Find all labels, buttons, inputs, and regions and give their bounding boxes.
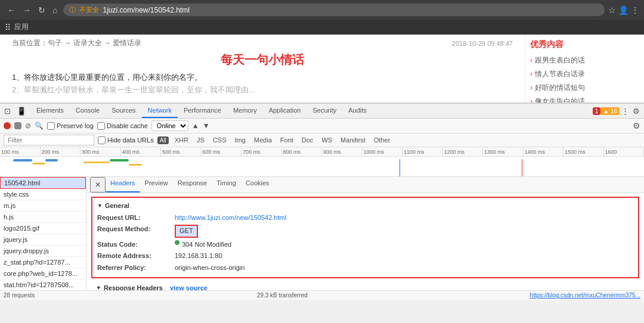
tick-12: 1300 ms — [483, 147, 524, 156]
filter-input[interactable] — [4, 135, 94, 145]
tab-sources[interactable]: Sources — [106, 104, 141, 118]
page-area: 当前位置：句子 → 语录大全 → 爱情话录 2018-10-29 09:48:4… — [0, 35, 644, 103]
media-filter-chip[interactable]: Media — [252, 136, 274, 144]
request-item-3[interactable]: h.js — [0, 212, 86, 223]
font-filter-chip[interactable]: Font — [278, 136, 296, 144]
network-toolbar: ⊘ 🔍 Preserve log Disable cache Online ▲ … — [0, 119, 644, 133]
export-icon[interactable]: ▼ — [203, 122, 210, 130]
tab-network[interactable]: Network — [142, 104, 178, 118]
page-text2: 2、翠裂溅红小望管秋水，翠泉一生一世室翠轮回，至你，我不闻理由... — [12, 84, 513, 97]
main-content: 当前位置：句子 → 语录大全 → 爱情话录 2018-10-29 09:48:4… — [0, 35, 525, 103]
search-icon[interactable]: 🔍 — [35, 122, 44, 130]
request-item-2[interactable]: m.js — [0, 200, 86, 212]
status-link[interactable]: https://blog.csdn.net/mxuChenermm375... — [530, 292, 640, 299]
tab-console[interactable]: Console — [70, 104, 106, 118]
request-item-5[interactable]: jquery.js — [0, 234, 86, 246]
devtools-pointer-icon[interactable]: ⊡ — [2, 105, 13, 117]
stop-button[interactable] — [14, 122, 21, 129]
sidebar-item-0[interactable]: 跟男生表白的话 — [530, 54, 639, 67]
close-details-button[interactable]: ✕ — [90, 177, 106, 192]
details-panel: ✕ Headers Preview Response Timing Cookie… — [86, 177, 644, 290]
sidebar-item-1[interactable]: 情人节表白话录 — [530, 67, 639, 81]
css-filter-chip[interactable]: CSS — [210, 136, 229, 144]
nav-forward-button[interactable]: → — [20, 4, 33, 16]
details-tab-response[interactable]: Response — [173, 177, 212, 192]
sidebar-item-3[interactable]: 像女生告白的话 — [530, 95, 639, 103]
request-item-7[interactable]: z_stat.php?id=12787... — [0, 257, 86, 268]
breadcrumb: 当前位置：句子 → 语录大全 → 爱情话录 — [12, 38, 141, 48]
doc-filter-chip[interactable]: Doc — [299, 136, 316, 144]
nav-refresh-button[interactable]: ↻ — [36, 4, 48, 16]
preserve-log-label[interactable]: Preserve log — [47, 122, 94, 130]
nav-back-button[interactable]: ← — [5, 4, 18, 16]
network-settings-icon[interactable]: ⚙ — [633, 121, 640, 131]
manifest-filter-chip[interactable]: Manifest — [338, 136, 368, 144]
img-filter-chip[interactable]: Img — [232, 136, 247, 144]
field-referrer-value: origin-when-cross-origin — [175, 263, 244, 272]
throttle-select[interactable]: Online — [151, 120, 188, 131]
timeline-marker — [522, 159, 522, 177]
ws-filter-chip[interactable]: WS — [319, 136, 335, 144]
request-list: 150542.html style.css m.js h.js logo2015… — [0, 177, 86, 290]
field-request-url-value[interactable]: http://www.1juzi.com/new/150542.html — [175, 213, 286, 222]
hide-data-urls-checkbox[interactable] — [98, 136, 106, 144]
import-icon[interactable]: ▲ — [192, 122, 199, 130]
response-headers-title[interactable]: Response Headers view source — [96, 284, 634, 290]
details-tab-timing[interactable]: Timing — [212, 177, 241, 192]
all-filter-chip[interactable]: All — [157, 136, 169, 144]
request-item-9[interactable]: stat.htm?id=12787508... — [0, 279, 86, 290]
request-item-6[interactable]: jquery.droppy.js — [0, 246, 86, 257]
other-filter-chip[interactable]: Other — [371, 136, 393, 144]
xhr-filter-chip[interactable]: XHR — [172, 136, 191, 144]
timeline-cursor — [400, 159, 400, 177]
view-source-link[interactable]: view source — [170, 284, 208, 290]
field-referrer: Referrer Policy: origin-when-cross-origi… — [97, 262, 633, 274]
url-text[interactable]: 1juzi.com/new/150542.html — [103, 6, 599, 14]
tick-5: 600 ms — [202, 147, 242, 156]
tab-security[interactable]: Security — [306, 104, 342, 118]
tab-memory[interactable]: Memory — [227, 104, 263, 118]
tab-audits[interactable]: Audits — [342, 104, 373, 118]
js-filter-chip[interactable]: JS — [194, 136, 207, 144]
browser-chrome: ← → ↻ ⌂ ⓘ 不安全 1juzi.com/new/150542.html … — [0, 0, 644, 35]
tab-elements[interactable]: Elements — [30, 104, 70, 118]
general-section-title[interactable]: General — [97, 200, 633, 211]
profile-icon[interactable]: 👤 — [618, 5, 628, 15]
details-tab-cookies[interactable]: Cookies — [241, 177, 274, 192]
settings-icon[interactable]: ⚙ — [631, 105, 642, 117]
apps-label: 应用 — [14, 22, 29, 32]
tab-application[interactable]: Application — [263, 104, 307, 118]
bookmark-icon[interactable]: ☆ — [608, 5, 616, 15]
general-section: General Request URL: http://www.1juzi.co… — [91, 197, 639, 278]
record-button[interactable] — [4, 122, 11, 129]
transfer-size: 29.3 kB transferred — [257, 292, 308, 299]
field-status-value: 304 Not Modified — [182, 240, 231, 249]
hide-data-urls-label[interactable]: Hide data URLs — [98, 136, 154, 144]
field-status-label: Status Code: — [97, 240, 175, 249]
details-tab-preview[interactable]: Preview — [140, 177, 173, 192]
disable-cache-checkbox[interactable] — [97, 122, 105, 130]
page-title: 每天一句小情话 — [12, 52, 513, 68]
tick-7: 800 ms — [282, 147, 323, 156]
details-tab-headers[interactable]: Headers — [106, 177, 140, 192]
request-item-0[interactable]: 150542.html — [0, 177, 86, 189]
tab-performance[interactable]: Performance — [178, 104, 227, 118]
field-method: Request Method: GET — [97, 223, 633, 238]
request-item-4[interactable]: logo2015.gif — [0, 223, 86, 234]
request-item-1[interactable]: style.css — [0, 189, 86, 200]
apps-bar: ⠿ 应用 — [0, 20, 644, 35]
nav-home-button[interactable]: ⌂ — [50, 4, 60, 16]
field-remote: Remote Address: 192.168.31.1:80 — [97, 250, 633, 262]
request-item-8[interactable]: core.php?web_id=1278... — [0, 268, 86, 279]
sidebar-item-2[interactable]: 好听的情话短句 — [530, 81, 639, 95]
network-panel: 150542.html style.css m.js h.js logo2015… — [0, 177, 644, 290]
disable-cache-label[interactable]: Disable cache — [97, 122, 148, 130]
timeline-bar-5 — [110, 159, 129, 162]
menu-icon[interactable]: ⋮ — [631, 5, 639, 15]
more-tools-icon[interactable]: ⋮ — [620, 105, 631, 117]
address-bar[interactable]: ⓘ 不安全 1juzi.com/new/150542.html — [63, 4, 605, 16]
preserve-log-checkbox[interactable] — [47, 122, 55, 130]
devtools-mobile-icon[interactable]: 📱 — [15, 105, 28, 117]
timeline-bar-3 — [45, 159, 58, 162]
tick-8: 900 ms — [322, 147, 363, 156]
